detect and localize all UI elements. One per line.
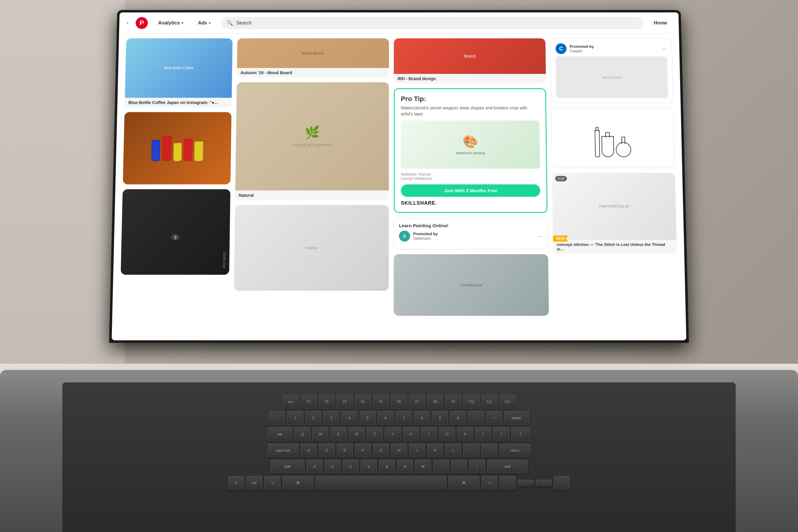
- key-5[interactable]: 5: [359, 411, 376, 425]
- key-f12[interactable]: F12: [499, 395, 516, 408]
- key-minus[interactable]: -: [468, 411, 484, 425]
- key-option[interactable]: ⌥: [264, 476, 281, 490]
- key-j[interactable]: J: [409, 443, 425, 457]
- key-c[interactable]: C: [343, 460, 359, 473]
- key-g[interactable]: G: [373, 443, 389, 457]
- pin-card-vases[interactable]: [123, 112, 231, 185]
- key-slash[interactable]: /: [469, 460, 485, 473]
- key-f9[interactable]: F9: [445, 395, 461, 408]
- key-t[interactable]: T: [366, 427, 383, 441]
- key-f1[interactable]: F1: [301, 395, 317, 408]
- key-space[interactable]: [316, 476, 446, 490]
- key-f3[interactable]: F3: [337, 395, 353, 408]
- pin-card-blue-bottle[interactable]: Blue Bottle Coffee Blue Bottle Coffee Ja…: [125, 38, 232, 107]
- more-options-button-skillshare[interactable]: ···: [538, 233, 543, 239]
- key-w[interactable]: W: [312, 427, 328, 441]
- pin-card-architecture[interactable]: Architecture: [394, 254, 549, 316]
- key-f6[interactable]: F6: [391, 395, 407, 408]
- search-bar[interactable]: 🔍 Search: [221, 17, 643, 29]
- key-a[interactable]: A: [301, 443, 317, 457]
- more-options-button-casper[interactable]: ···: [662, 45, 667, 52]
- key-2[interactable]: 2: [305, 411, 321, 425]
- key-ctrl[interactable]: ctrl: [246, 476, 263, 490]
- key-return[interactable]: return: [499, 443, 531, 457]
- key-delete[interactable]: delete: [504, 411, 529, 425]
- key-x[interactable]: X: [324, 460, 341, 473]
- key-9[interactable]: 9: [432, 411, 448, 425]
- key-f10[interactable]: F10: [463, 395, 479, 408]
- key-l[interactable]: L: [445, 443, 461, 457]
- home-nav-link[interactable]: Home: [649, 18, 671, 28]
- key-y[interactable]: Y: [385, 427, 401, 441]
- key-i[interactable]: I: [421, 427, 437, 441]
- key-8[interactable]: 8: [414, 411, 430, 425]
- key-lbracket[interactable]: [: [475, 427, 491, 441]
- key-f[interactable]: F: [355, 443, 371, 457]
- key-6[interactable]: 6: [378, 411, 394, 425]
- key-b[interactable]: B: [379, 460, 395, 473]
- key-rbracket[interactable]: ]: [493, 427, 509, 441]
- key-cmd-right[interactable]: ⌘: [448, 476, 479, 490]
- pin-card-pants[interactable]: 👁 Dahlia Raz: [121, 189, 230, 274]
- key-semicolon[interactable]: ;: [463, 443, 479, 457]
- key-quote[interactable]: ': [481, 443, 497, 457]
- keyboard-area: esc F1 F2 F3 F4 F5 F6 F7 F8 F9 F10 F11 F…: [62, 382, 736, 532]
- analytics-nav-item[interactable]: Analytics ▾: [154, 18, 188, 28]
- key-option-right[interactable]: ⌥: [481, 476, 497, 490]
- key-equals[interactable]: =: [486, 411, 502, 425]
- concept-stitches-image: Fabric/stitching art: [552, 173, 677, 240]
- pin-card-flasks[interactable]: [551, 108, 675, 168]
- key-arrow-down[interactable]: ↓: [535, 480, 552, 486]
- key-m[interactable]: M: [415, 460, 431, 473]
- key-n[interactable]: N: [397, 460, 413, 473]
- key-o[interactable]: O: [439, 427, 455, 441]
- key-e[interactable]: E: [330, 427, 347, 441]
- promoted-skillshare-card: Learn Painting Online! S Promoted by Ski…: [394, 218, 548, 249]
- key-arrow-right[interactable]: →: [554, 476, 570, 490]
- key-arrow-up[interactable]: ↑: [517, 480, 534, 486]
- pin-card-natural[interactable]: 🌿 Natural arrangement Natural: [235, 82, 389, 200]
- key-7[interactable]: 7: [396, 411, 412, 425]
- key-f5[interactable]: F5: [373, 395, 389, 408]
- skillshare-protip-card[interactable]: Pro Tip: Watercolorist's secret weapon: …: [394, 88, 548, 213]
- key-p[interactable]: P: [457, 427, 473, 441]
- key-comma[interactable]: ,: [433, 460, 449, 473]
- key-f2[interactable]: F2: [319, 395, 335, 408]
- key-d[interactable]: D: [337, 443, 353, 457]
- pin-card-concept-stitches[interactable]: Fabric/stitching art 0:06 NEW! concept s…: [552, 173, 677, 254]
- key-fn-bottom[interactable]: fn: [228, 476, 244, 490]
- key-v[interactable]: V: [361, 460, 377, 473]
- ads-nav-item[interactable]: Ads ▾: [194, 18, 215, 28]
- key-f4[interactable]: F4: [355, 395, 371, 408]
- key-arrow-left[interactable]: ←: [499, 476, 516, 490]
- key-1[interactable]: 1: [287, 411, 303, 425]
- key-tab[interactable]: tab: [267, 427, 292, 441]
- key-f8[interactable]: F8: [427, 395, 443, 408]
- key-z[interactable]: Z: [306, 460, 323, 473]
- key-u[interactable]: U: [403, 427, 419, 441]
- pinterest-logo[interactable]: P: [136, 17, 148, 29]
- key-shift-left[interactable]: shift: [270, 460, 305, 473]
- back-button[interactable]: ‹: [127, 20, 129, 26]
- pin-card-bathroom[interactable]: Interior: [234, 205, 389, 291]
- key-shift-right[interactable]: shift: [487, 460, 528, 473]
- key-k[interactable]: K: [427, 443, 443, 457]
- key-r[interactable]: R: [348, 427, 365, 441]
- pin-card-autumn[interactable]: Mood Board Autumn '18 - Mood Board: [236, 38, 389, 78]
- key-backtick[interactable]: `: [269, 411, 285, 425]
- key-cmd-left[interactable]: ⌘: [282, 476, 314, 490]
- key-f11[interactable]: F11: [481, 395, 497, 408]
- key-h[interactable]: H: [391, 443, 407, 457]
- key-period[interactable]: .: [451, 460, 467, 473]
- key-4[interactable]: 4: [341, 411, 358, 425]
- key-f7[interactable]: F7: [409, 395, 425, 408]
- key-0[interactable]: 0: [450, 411, 466, 425]
- pin-card-ird[interactable]: Brand IRD - Brand design: [394, 38, 546, 83]
- key-esc[interactable]: esc: [282, 395, 299, 408]
- join-skillshare-button[interactable]: Join With 2 Months Free: [401, 185, 540, 197]
- key-q[interactable]: Q: [294, 427, 310, 441]
- key-backslash[interactable]: \: [511, 427, 531, 441]
- key-3[interactable]: 3: [323, 411, 340, 425]
- key-s[interactable]: S: [319, 443, 335, 457]
- key-capslock[interactable]: caps lock: [267, 443, 299, 457]
